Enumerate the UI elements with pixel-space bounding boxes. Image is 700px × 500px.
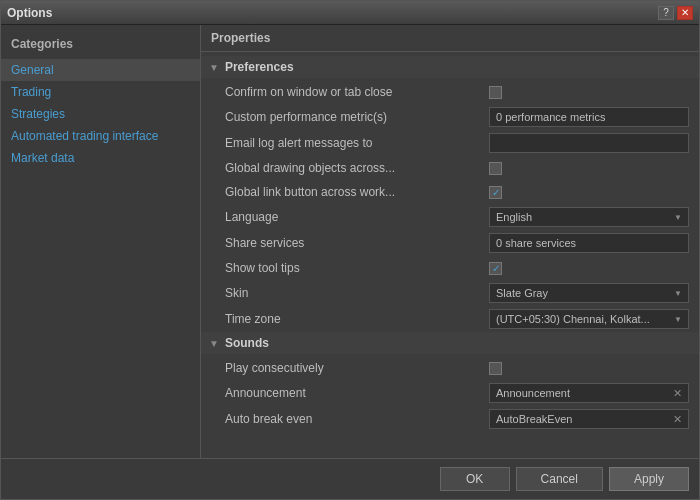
section-header-sounds[interactable]: ▼ Sounds — [201, 332, 699, 354]
label-perf-metrics: Custom performance metric(s) — [225, 110, 489, 124]
row-play-consecutively: Play consecutively — [201, 356, 699, 380]
sidebar: Categories General Trading Strategies Au… — [1, 25, 201, 458]
collapse-arrow-sounds: ▼ — [209, 338, 219, 349]
label-global-link: Global link button across work... — [225, 185, 489, 199]
label-email-log: Email log alert messages to — [225, 136, 489, 150]
sidebar-item-general[interactable]: General — [1, 59, 200, 81]
row-show-tooltips: Show tool tips — [201, 256, 699, 280]
label-global-drawing: Global drawing objects across... — [225, 161, 489, 175]
row-confirm-close: Confirm on window or tab close — [201, 80, 699, 104]
section-label-preferences: Preferences — [225, 60, 294, 74]
chevron-down-icon-timezone: ▼ — [674, 315, 682, 324]
window-title: Options — [7, 6, 52, 20]
value-announcement: Announcement ✕ — [489, 383, 689, 403]
remove-auto-break-even-icon[interactable]: ✕ — [673, 413, 682, 426]
label-show-tooltips: Show tool tips — [225, 261, 489, 275]
tag-announcement[interactable]: Announcement ✕ — [489, 383, 689, 403]
dropdown-timezone-value: (UTC+05:30) Chennai, Kolkat... — [496, 313, 650, 325]
apply-button[interactable]: Apply — [609, 467, 689, 491]
dropdown-timezone[interactable]: (UTC+05:30) Chennai, Kolkat... ▼ — [489, 309, 689, 329]
title-bar-buttons: ? ✕ — [658, 6, 693, 20]
input-share-services[interactable] — [489, 233, 689, 253]
row-skin: Skin Slate Gray ▼ — [201, 280, 699, 306]
label-play-consecutively: Play consecutively — [225, 361, 489, 375]
checkbox-play-consecutively[interactable] — [489, 362, 502, 375]
row-global-drawing: Global drawing objects across... — [201, 156, 699, 180]
label-language: Language — [225, 210, 489, 224]
sidebar-item-ati[interactable]: Automated trading interface — [1, 125, 200, 147]
value-language: English ▼ — [489, 207, 689, 227]
value-auto-break-even: AutoBreakEven ✕ — [489, 409, 689, 429]
sidebar-item-trading[interactable]: Trading — [1, 81, 200, 103]
label-skin: Skin — [225, 286, 489, 300]
value-share-services — [489, 233, 689, 253]
input-email-log[interactable] — [489, 133, 689, 153]
dropdown-skin-value: Slate Gray — [496, 287, 548, 299]
tag-auto-break-even[interactable]: AutoBreakEven ✕ — [489, 409, 689, 429]
label-announcement: Announcement — [225, 386, 489, 400]
help-button[interactable]: ? — [658, 6, 674, 20]
cancel-button[interactable]: Cancel — [516, 467, 603, 491]
properties-panel: Properties ▼ Preferences Confirm on wind… — [201, 25, 699, 458]
checkbox-global-link[interactable] — [489, 186, 502, 199]
chevron-down-icon-skin: ▼ — [674, 289, 682, 298]
value-email-log — [489, 133, 689, 153]
value-play-consecutively — [489, 362, 689, 375]
collapse-arrow-preferences: ▼ — [209, 62, 219, 73]
value-show-tooltips — [489, 262, 689, 275]
value-global-link — [489, 186, 689, 199]
sidebar-header: Categories — [1, 33, 200, 59]
value-global-drawing — [489, 162, 689, 175]
close-button[interactable]: ✕ — [677, 6, 693, 20]
row-global-link: Global link button across work... — [201, 180, 699, 204]
row-announcement: Announcement Announcement ✕ — [201, 380, 699, 406]
remove-announcement-icon[interactable]: ✕ — [673, 387, 682, 400]
sidebar-item-strategies[interactable]: Strategies — [1, 103, 200, 125]
tag-auto-break-even-value: AutoBreakEven — [496, 413, 572, 425]
row-language: Language English ▼ — [201, 204, 699, 230]
label-share-services: Share services — [225, 236, 489, 250]
properties-content[interactable]: ▼ Preferences Confirm on window or tab c… — [201, 52, 699, 458]
value-confirm-close — [489, 86, 689, 99]
options-window: Options ? ✕ Categories General Trading S… — [0, 0, 700, 500]
checkbox-global-drawing[interactable] — [489, 162, 502, 175]
section-header-preferences[interactable]: ▼ Preferences — [201, 56, 699, 78]
section-label-sounds: Sounds — [225, 336, 269, 350]
dropdown-language-value: English — [496, 211, 532, 223]
input-perf-metrics[interactable] — [489, 107, 689, 127]
main-content: Categories General Trading Strategies Au… — [1, 25, 699, 458]
properties-header: Properties — [201, 25, 699, 52]
value-skin: Slate Gray ▼ — [489, 283, 689, 303]
label-confirm-close: Confirm on window or tab close — [225, 85, 489, 99]
row-email-log: Email log alert messages to — [201, 130, 699, 156]
row-timezone: Time zone (UTC+05:30) Chennai, Kolkat...… — [201, 306, 699, 332]
chevron-down-icon: ▼ — [674, 213, 682, 222]
dropdown-skin[interactable]: Slate Gray ▼ — [489, 283, 689, 303]
checkbox-confirm-close[interactable] — [489, 86, 502, 99]
checkbox-show-tooltips[interactable] — [489, 262, 502, 275]
row-share-services: Share services — [201, 230, 699, 256]
dropdown-language[interactable]: English ▼ — [489, 207, 689, 227]
footer: OK Cancel Apply — [1, 458, 699, 499]
sidebar-item-market-data[interactable]: Market data — [1, 147, 200, 169]
label-auto-break-even: Auto break even — [225, 412, 489, 426]
tag-announcement-value: Announcement — [496, 387, 570, 399]
value-timezone: (UTC+05:30) Chennai, Kolkat... ▼ — [489, 309, 689, 329]
label-timezone: Time zone — [225, 312, 489, 326]
ok-button[interactable]: OK — [440, 467, 510, 491]
row-auto-break-even: Auto break even AutoBreakEven ✕ — [201, 406, 699, 432]
row-perf-metrics: Custom performance metric(s) — [201, 104, 699, 130]
value-perf-metrics — [489, 107, 689, 127]
title-bar: Options ? ✕ — [1, 1, 699, 25]
